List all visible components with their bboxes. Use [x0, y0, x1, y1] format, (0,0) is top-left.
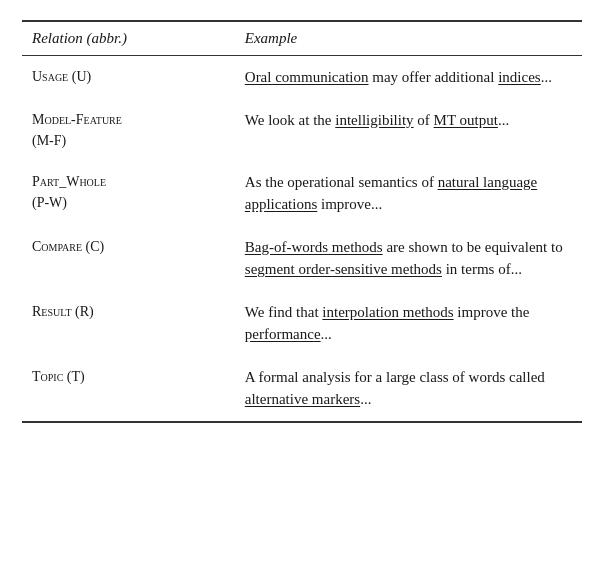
relation-cell-topic: Topic (T)	[22, 356, 235, 422]
example-text-result: We find that interpolation methods impro…	[245, 304, 530, 343]
relation-cell-usage: Usage (U)	[22, 56, 235, 99]
example-cell-topic: A formal analysis for a large class of w…	[235, 356, 582, 422]
example-cell-result: We find that interpolation methods impro…	[235, 291, 582, 356]
example-cell-usage: Oral communication may offer additional …	[235, 56, 582, 99]
relation-label-model-feature: Model-Feature(M-F)	[32, 112, 122, 148]
example-header: Example	[235, 21, 582, 56]
table-row: Part_Whole(P-W) As the operational seman…	[22, 161, 582, 226]
example-text-part-whole: As the operational semantics of natural …	[245, 174, 537, 213]
table-header-row: Relation (abbr.) Example	[22, 21, 582, 56]
relations-table: Relation (abbr.) Example Usage (U) Oral …	[22, 20, 582, 423]
relation-label-topic: Topic (T)	[32, 369, 85, 384]
relation-header: Relation (abbr.)	[22, 21, 235, 56]
table-row: Topic (T) A formal analysis for a large …	[22, 356, 582, 422]
relation-cell-compare: Compare (C)	[22, 226, 235, 291]
relation-cell-model-feature: Model-Feature(M-F)	[22, 99, 235, 161]
example-text-model-feature: We look at the intelligibility of MT out…	[245, 112, 509, 128]
relation-label-part-whole: Part_Whole(P-W)	[32, 174, 106, 210]
example-text-topic: A formal analysis for a large class of w…	[245, 369, 545, 408]
example-cell-compare: Bag-of-words methods are shown to be equ…	[235, 226, 582, 291]
example-cell-model-feature: We look at the intelligibility of MT out…	[235, 99, 582, 161]
relation-label-compare: Compare (C)	[32, 239, 104, 254]
example-text-usage: Oral communication may offer additional …	[245, 69, 552, 85]
example-cell-part-whole: As the operational semantics of natural …	[235, 161, 582, 226]
table-row: Usage (U) Oral communication may offer a…	[22, 56, 582, 99]
relation-label-usage: Usage (U)	[32, 69, 91, 84]
table-row: Compare (C) Bag-of-words methods are sho…	[22, 226, 582, 291]
relation-cell-part-whole: Part_Whole(P-W)	[22, 161, 235, 226]
example-text-compare: Bag-of-words methods are shown to be equ…	[245, 239, 563, 278]
main-table-container: Relation (abbr.) Example Usage (U) Oral …	[22, 20, 582, 423]
table-row: Result (R) We find that interpolation me…	[22, 291, 582, 356]
relation-label-result: Result (R)	[32, 304, 94, 319]
table-row: Model-Feature(M-F) We look at the intell…	[22, 99, 582, 161]
relation-cell-result: Result (R)	[22, 291, 235, 356]
